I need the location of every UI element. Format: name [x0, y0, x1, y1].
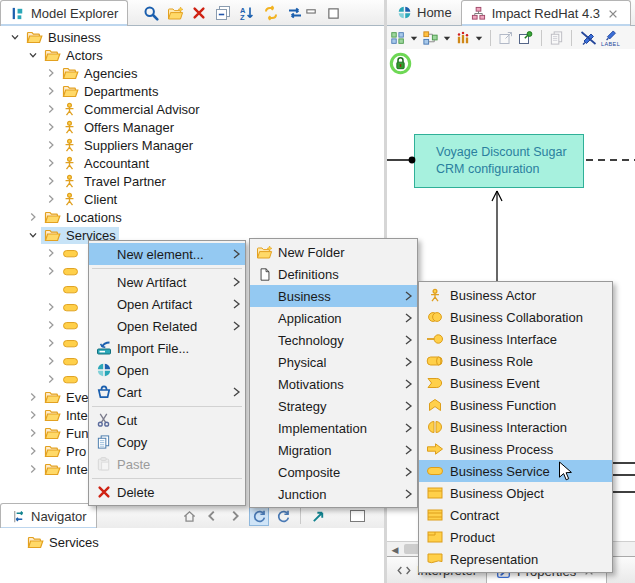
tab-impact-redhat[interactable]: Impact RedHat 4.3 [461, 0, 631, 26]
menu-item-new-folder[interactable]: New Folder [250, 241, 417, 263]
tree-item-actors[interactable]: Actors [0, 46, 384, 64]
menu-item-business-collaboration[interactable]: Business Collaboration [419, 306, 612, 328]
diagram-node-voyage-crm[interactable]: Voyage Discount Sugar CRM configuration [414, 134, 584, 188]
menu-item-business-interface[interactable]: Business Interface [419, 328, 612, 350]
scroll-left-icon[interactable]: ◀ [389, 544, 401, 555]
tree-item-offers-manager[interactable]: Offers Manager [0, 118, 384, 136]
chevron-right-icon[interactable] [24, 444, 41, 458]
menu-item-business-interaction[interactable]: Business Interaction [419, 416, 612, 438]
open-in-explorer-icon[interactable] [309, 507, 327, 525]
chevron-right-icon[interactable] [42, 246, 59, 260]
chevron-right-icon[interactable] [24, 408, 41, 422]
menu-item-new-artifact[interactable]: New Artifact [89, 271, 245, 293]
menu-item-delete[interactable]: Delete [89, 481, 245, 503]
menu-item-cart[interactable]: Cart [89, 381, 245, 403]
menu-item-business[interactable]: Business [250, 285, 417, 307]
chevron-right-icon[interactable] [42, 102, 59, 116]
statistics-icon[interactable] [455, 29, 471, 47]
chevron-right-icon[interactable] [24, 462, 41, 476]
refresh-icon[interactable] [274, 507, 292, 525]
chevron-down-icon[interactable] [6, 30, 23, 44]
menu-item-import-file[interactable]: Import File... [89, 337, 245, 359]
minimize-icon[interactable] [302, 4, 320, 22]
menu-item-open-artifact[interactable]: Open Artifact [89, 293, 245, 315]
search-icon[interactable] [142, 4, 160, 22]
chevron-right-icon[interactable] [24, 390, 41, 404]
chevron-right-icon[interactable] [42, 336, 59, 350]
maximize-icon[interactable] [324, 4, 342, 22]
menu-item-contract[interactable]: Contract [419, 504, 612, 526]
menu-item-copy[interactable]: Copy [89, 431, 245, 453]
refresh-yellow-icon[interactable] [262, 4, 280, 22]
menu-item-business-actor[interactable]: Business Actor [419, 284, 612, 306]
tree-item-travel-partner[interactable]: Travel Partner [0, 172, 384, 190]
auto-layout-icon[interactable] [422, 29, 439, 47]
chevron-right-icon[interactable] [42, 174, 59, 188]
forward-icon[interactable] [226, 507, 244, 525]
menu-item-business-function[interactable]: Business Function [419, 394, 612, 416]
dropdown-icon[interactable] [475, 29, 483, 47]
chevron-right-icon[interactable] [42, 120, 59, 134]
tree-item-client[interactable]: Client [0, 190, 384, 208]
chevron-right-icon[interactable] [42, 354, 59, 368]
chevron-right-icon[interactable] [42, 66, 59, 80]
restore-icon[interactable] [350, 510, 365, 522]
menu-item-strategy[interactable]: Strategy [250, 395, 417, 417]
dropdown-icon[interactable] [410, 29, 418, 47]
tab-navigator[interactable]: Navigator [0, 503, 97, 529]
menu-item-business-event[interactable]: Business Event [419, 372, 612, 394]
menu-item-junction[interactable]: Junction [250, 483, 417, 505]
menu-item-definitions[interactable]: Definitions [250, 263, 417, 285]
menu-item-new-element[interactable]: New element... [89, 243, 245, 265]
chevron-right-icon[interactable] [42, 318, 59, 332]
tab-model-explorer[interactable]: Model Explorer [0, 0, 128, 26]
tree-item-accountant[interactable]: Accountant [0, 154, 384, 172]
chevron-right-icon[interactable] [42, 84, 59, 98]
tree-item-locations[interactable]: Locations [0, 208, 384, 226]
menu-item-business-object[interactable]: Business Object [419, 482, 612, 504]
menu-item-motivations[interactable]: Motivations [250, 373, 417, 395]
menu-item-implementation[interactable]: Implementation [250, 417, 417, 439]
refresh-toggled-icon[interactable] [249, 506, 269, 526]
sort-az-icon[interactable]: AZ [238, 4, 256, 22]
tree-item-agencies[interactable]: Agencies [0, 64, 384, 82]
tree-item-suppliers-manager[interactable]: Suppliers Manager [0, 136, 384, 154]
menu-item-business-role[interactable]: Business Role [419, 350, 612, 372]
tab-home[interactable]: Home [387, 0, 461, 25]
menu-item-physical[interactable]: Physical [250, 351, 417, 373]
pin-diagram-icon[interactable] [518, 29, 534, 47]
tree-item-departments[interactable]: Departments [0, 82, 384, 100]
chevron-right-icon[interactable] [42, 156, 59, 170]
style-palette-icon[interactable] [390, 29, 406, 47]
chevron-right-icon[interactable] [24, 210, 41, 224]
tree-item-commercial-advisor[interactable]: Commercial Advisor [0, 100, 384, 118]
menu-item-representation[interactable]: Representation [419, 548, 612, 570]
hide-labels-icon[interactable] [579, 29, 597, 47]
menu-item-product[interactable]: Product [419, 526, 612, 548]
chevron-right-icon[interactable] [24, 426, 41, 440]
back-icon[interactable] [203, 507, 221, 525]
show-labels-icon[interactable]: LABEL [601, 27, 620, 49]
menu-item-open-related[interactable]: Open Related [89, 315, 245, 337]
chevron-right-icon[interactable] [42, 300, 59, 314]
menu-item-technology[interactable]: Technology [250, 329, 417, 351]
menu-item-composite[interactable]: Composite [250, 461, 417, 483]
close-icon[interactable] [605, 6, 621, 22]
chevron-right-icon[interactable] [42, 192, 59, 206]
chevron-right-icon[interactable] [42, 372, 59, 386]
chevron-right-icon[interactable] [42, 264, 59, 278]
collapse-all-icon[interactable] [214, 4, 232, 22]
menu-item-business-service[interactable]: Business Service [419, 460, 612, 482]
new-folder-icon[interactable] [166, 4, 184, 22]
tree-item-business[interactable]: Business [0, 28, 384, 46]
chevron-right-icon[interactable] [42, 138, 59, 152]
delete-red-icon[interactable] [190, 4, 208, 22]
menu-item-open[interactable]: Open [89, 359, 245, 381]
menu-item-business-process[interactable]: Business Process [419, 438, 612, 460]
menu-item-migration[interactable]: Migration [250, 439, 417, 461]
dropdown-icon[interactable] [443, 29, 451, 47]
home-icon[interactable] [180, 507, 198, 525]
chevron-down-icon[interactable] [24, 228, 41, 242]
navigator-item-services[interactable]: Services [0, 533, 384, 551]
menu-item-application[interactable]: Application [250, 307, 417, 329]
